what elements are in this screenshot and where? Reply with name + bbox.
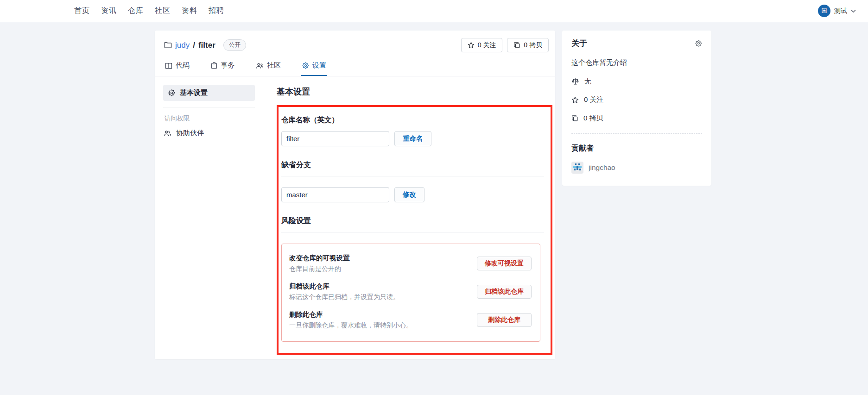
change-branch-button[interactable]: 修改: [394, 187, 424, 202]
archive-desc: 标记这个仓库已归档，并设置为只读。: [289, 293, 399, 301]
default-branch-heading: 缺省分支: [281, 160, 544, 176]
nav-item-jobs[interactable]: 招聘: [209, 6, 224, 16]
repo-name-link[interactable]: filter: [198, 41, 215, 50]
nav-item-news[interactable]: 资讯: [101, 6, 117, 16]
sidebar-item-collaborators[interactable]: 协助伙伴: [164, 129, 255, 138]
delete-repo-button[interactable]: 删除此仓库: [477, 313, 532, 327]
star-icon: [571, 96, 579, 104]
visibility-title: 改变仓库的可视设置: [289, 254, 350, 263]
access-permission-label: 访问权限: [165, 114, 255, 123]
tab-community-label: 社区: [267, 61, 281, 70]
about-panel: 关于 这个仓库暂无介绍 无 0 关注 0 拷贝 贡献者: [562, 31, 711, 186]
default-branch-input[interactable]: [281, 187, 389, 202]
divider: [571, 133, 702, 134]
sidebar-item-label: 协助伙伴: [176, 129, 204, 138]
danger-zone-heading: 风险设置: [281, 216, 544, 232]
visibility-badge: 公开: [223, 39, 246, 51]
repo-breadcrumb: judy / filter 公开: [164, 39, 246, 51]
tab-code-label: 代码: [176, 61, 190, 70]
repo-separator: /: [193, 41, 195, 50]
copy-button[interactable]: 0 拷贝: [507, 38, 549, 52]
repo-tabs: 代码 事务 社区 设置: [155, 60, 555, 76]
settings-sidebar: 基本设置 访问权限 协助伙伴: [163, 85, 255, 355]
contributor-avatar[interactable]: [571, 162, 583, 174]
danger-row-delete: 删除此仓库 一旦你删除仓库，覆水难收，请特别小心。 删除此仓库: [289, 310, 532, 330]
tab-settings[interactable]: 设置: [301, 60, 327, 76]
repo-owner-link[interactable]: judy: [175, 41, 190, 50]
delete-desc: 一旦你删除仓库，覆水难收，请特别小心。: [289, 321, 412, 330]
gear-icon: [168, 89, 175, 96]
user-avatar[interactable]: 国: [818, 5, 830, 17]
repo-header: judy / filter 公开 0 关注 0 拷贝: [155, 31, 555, 52]
top-navbar: 首页 资讯 仓库 社区 资料 招聘 国 测试: [0, 0, 868, 22]
rename-button[interactable]: 重命名: [394, 131, 431, 146]
people-icon: [256, 63, 264, 69]
copy-count-row: 0 拷贝: [571, 114, 702, 123]
contributor-name: jingchao: [589, 163, 615, 172]
copy-icon: [571, 115, 578, 122]
tab-community[interactable]: 社区: [255, 60, 282, 76]
tab-code[interactable]: 代码: [164, 60, 190, 76]
danger-row-archive: 归档该此仓库 标记这个仓库已归档，并设置为只读。 归档该此仓库: [289, 282, 532, 301]
watch-count: 0 关注: [584, 95, 604, 104]
archive-repo-button[interactable]: 归档该此仓库: [477, 285, 532, 299]
divider: [163, 107, 255, 107]
sidebar-item-basic-settings[interactable]: 基本设置: [163, 85, 255, 101]
about-title: 关于: [571, 38, 587, 49]
user-menu[interactable]: 国 测试: [818, 5, 859, 17]
user-name: 测试: [834, 7, 847, 15]
folder-icon: [164, 42, 172, 49]
license-value: 无: [584, 77, 591, 86]
nav-item-home[interactable]: 首页: [74, 6, 90, 16]
nav-item-community[interactable]: 社区: [155, 6, 171, 16]
visibility-desc: 仓库目前是公开的: [289, 265, 350, 273]
license-scales-icon: [571, 78, 579, 85]
annotation-highlight-box: 仓库名称（英文） 重命名 缺省分支 修改 风险设置: [277, 105, 552, 355]
danger-row-visibility: 改变仓库的可视设置 仓库目前是公开的 修改可视设置: [289, 254, 532, 273]
copy-count: 0 拷贝: [583, 114, 603, 123]
repo-name-label: 仓库名称（英文）: [281, 115, 544, 125]
gear-icon: [302, 62, 309, 69]
about-settings-gear-icon[interactable]: [695, 40, 702, 47]
watch-button-label: 0 关注: [478, 41, 496, 50]
main-nav: 首页 资讯 仓库 社区 资料 招聘: [74, 6, 224, 16]
star-icon: [468, 42, 475, 49]
chevron-down-icon: [851, 9, 856, 13]
archive-title: 归档该此仓库: [289, 282, 399, 291]
repo-settings-card: judy / filter 公开 0 关注 0 拷贝: [155, 31, 555, 359]
collaborators-icon: [164, 130, 171, 137]
delete-title: 删除此仓库: [289, 310, 412, 319]
tab-settings-label: 设置: [312, 61, 326, 70]
repo-name-input[interactable]: [281, 131, 389, 146]
contributor-item[interactable]: jingchao: [571, 162, 702, 174]
nav-item-repos[interactable]: 仓库: [128, 6, 144, 16]
watch-count-row: 0 关注: [571, 95, 702, 104]
sidebar-item-label: 基本设置: [180, 88, 208, 97]
danger-zone-box: 改变仓库的可视设置 仓库目前是公开的 修改可视设置 归档该此仓库 标记这个仓库已…: [281, 244, 540, 342]
change-visibility-button[interactable]: 修改可视设置: [477, 257, 532, 270]
license-row: 无: [571, 77, 702, 86]
copy-button-label: 0 拷贝: [524, 41, 542, 50]
tab-issues[interactable]: 事务: [210, 60, 235, 76]
contributors-title: 贡献者: [571, 144, 702, 153]
copy-icon: [513, 42, 520, 49]
tab-issues-label: 事务: [221, 61, 234, 70]
clipboard-icon: [211, 62, 217, 69]
nav-item-docs[interactable]: 资料: [182, 6, 197, 16]
settings-page-title: 基本设置: [277, 85, 552, 104]
watch-button[interactable]: 0 关注: [461, 38, 503, 52]
code-icon: [165, 63, 172, 69]
repo-description: 这个仓库暂无介绍: [571, 58, 702, 67]
